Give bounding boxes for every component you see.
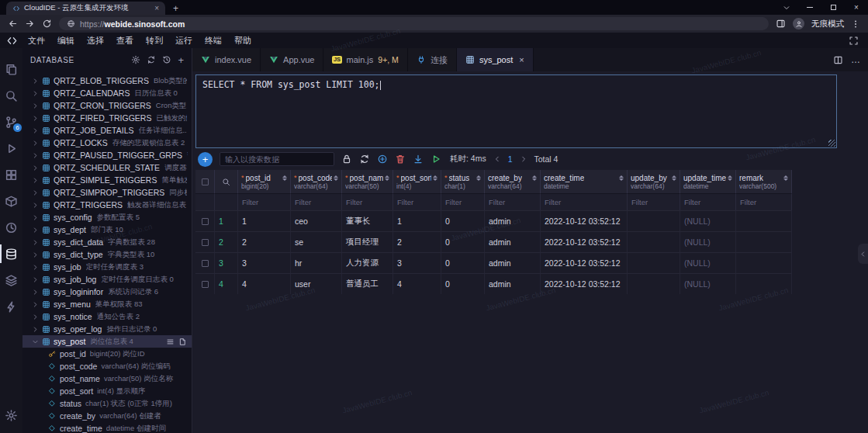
col-header-post_name[interactable]: *post_namevarchar(50)	[342, 170, 393, 193]
cell-post_code[interactable]: user	[291, 273, 342, 294]
cell-post_id[interactable]: 3	[238, 252, 291, 273]
cell-update_time[interactable]: (NULL)	[680, 210, 736, 231]
sidebar-table-sys_menu[interactable]: sys_menu菜单权限表 83	[22, 298, 192, 310]
col-header-post_id[interactable]: *post_idbigint(20)	[238, 170, 291, 193]
sort-icons[interactable]	[783, 175, 788, 181]
sidebar-table-QRTZ_SIMPLE_TRIGGERS[interactable]: QRTZ_SIMPLE_TRIGGERS简单触发...	[22, 174, 192, 186]
activity-search[interactable]	[0, 88, 22, 102]
file-icon[interactable]	[178, 338, 187, 346]
add-button[interactable]: +	[198, 152, 213, 167]
cell-update_by[interactable]	[628, 210, 680, 231]
filter-input-post_sort[interactable]: Filter	[393, 193, 441, 210]
cell-post_name[interactable]: 董事长	[342, 210, 393, 231]
cell-post_sort[interactable]: 1	[393, 210, 441, 231]
cell-update_time[interactable]: (NULL)	[680, 273, 736, 294]
filter-input-create_by[interactable]: Filter	[485, 193, 541, 210]
cell-create_time[interactable]: 2022-10-12 03:52:12	[541, 231, 628, 252]
row-checkbox[interactable]	[195, 210, 215, 231]
cell-status[interactable]: 0	[441, 231, 485, 252]
activity-layers[interactable]	[0, 273, 22, 287]
close-button[interactable]: ×	[845, 0, 868, 15]
activity-timeline[interactable]	[0, 220, 22, 234]
cell-post_code[interactable]: se	[291, 231, 342, 252]
delete-record-icon[interactable]	[395, 154, 406, 165]
maximize-button[interactable]	[821, 0, 845, 15]
activity-database[interactable]	[0, 247, 22, 261]
sidebar-column-post_id[interactable]: post_idbigint(20) 岗位ID	[22, 348, 192, 360]
filter-input-post_id[interactable]: Filter	[238, 193, 291, 210]
db-settings-icon[interactable]	[131, 55, 140, 64]
activity-power[interactable]	[0, 300, 22, 313]
search-input[interactable]	[220, 152, 334, 166]
cell-status[interactable]: 0	[441, 273, 485, 294]
export-icon[interactable]	[413, 154, 424, 165]
cell-remark[interactable]	[736, 231, 792, 252]
sidebar-table-sys_job_log[interactable]: sys_job_log定时任务调度日志表 0	[22, 273, 192, 286]
activity-extensions[interactable]	[0, 168, 22, 182]
more-actions-icon[interactable]: …	[851, 55, 860, 64]
menu-item-0[interactable]: 文件	[22, 35, 51, 47]
col-header-status[interactable]: *statuschar(1)	[441, 170, 485, 193]
browser-menu-icon[interactable]	[851, 19, 860, 29]
sort-icons[interactable]	[334, 175, 338, 181]
col-header-post_code[interactable]: *post_codevarchar(64)	[291, 170, 342, 193]
sidebar-table-QRTZ_PAUSED_TRIGGER_GRPS[interactable]: QRTZ_PAUSED_TRIGGER_GRPS暂...	[22, 149, 192, 161]
activity-source-control[interactable]: 6	[0, 115, 22, 129]
refresh-icon[interactable]	[359, 154, 370, 165]
panel-expand-handle[interactable]	[858, 244, 868, 264]
cell-create_time[interactable]: 2022-10-12 03:52:12	[541, 273, 628, 294]
db-refresh-icon[interactable]	[147, 55, 156, 64]
col-header-post_sort[interactable]: *post_sortint(4)	[393, 170, 441, 193]
row-checkbox[interactable]	[195, 273, 215, 294]
sidebar-table-QRTZ_FIRED_TRIGGERS[interactable]: QRTZ_FIRED_TRIGGERS已触发的触...	[22, 112, 192, 124]
activity-explorer[interactable]	[0, 62, 22, 76]
resize-handle[interactable]	[828, 140, 835, 147]
fullscreen-icon[interactable]	[849, 36, 859, 46]
sidebar-table-sys_logininfor[interactable]: sys_logininfor系统访问记录 6	[22, 286, 192, 298]
panel-icon[interactable]	[776, 19, 786, 29]
sort-icons[interactable]	[672, 175, 676, 181]
col-header-update_time[interactable]: update_timedatetime	[680, 170, 736, 193]
row-number[interactable]: 2	[215, 231, 238, 252]
row-search-header[interactable]	[215, 170, 238, 193]
sidebar-table-QRTZ_CALENDARS[interactable]: QRTZ_CALENDARS日历信息表 0	[22, 87, 192, 99]
lock-icon[interactable]	[341, 154, 352, 165]
row-checkbox[interactable]	[195, 252, 215, 273]
tab-main.js[interactable]: JSmain.js9+, M	[323, 48, 407, 71]
run-query-icon[interactable]	[431, 154, 441, 165]
cell-update_time[interactable]: (NULL)	[680, 252, 736, 273]
menu-item-1[interactable]: 编辑	[51, 35, 81, 47]
sort-icons[interactable]	[433, 175, 437, 181]
filter-input-create_time[interactable]: Filter	[541, 193, 628, 210]
db-history-icon[interactable]	[162, 55, 171, 64]
cell-remark[interactable]	[736, 252, 792, 273]
select-all-header[interactable]	[195, 170, 215, 193]
settings-button[interactable]	[0, 408, 22, 422]
sidebar-table-sys_notice[interactable]: sys_notice通知公告表 2	[22, 310, 192, 323]
tab-list-button[interactable]	[775, 0, 798, 15]
sort-icons[interactable]	[385, 175, 389, 181]
cell-create_time[interactable]: 2022-10-12 03:52:12	[541, 252, 628, 273]
cell-post_id[interactable]: 2	[238, 231, 291, 252]
back-icon[interactable]	[8, 19, 18, 29]
col-header-create_time[interactable]: create_timedatetime	[541, 170, 628, 193]
sidebar-table-sys_config[interactable]: sys_config参数配置表 5	[22, 211, 192, 223]
sort-icons[interactable]	[728, 175, 732, 181]
row-number[interactable]: 3	[215, 252, 238, 273]
cell-status[interactable]: 0	[441, 210, 485, 231]
filter-input-status[interactable]: Filter	[441, 193, 485, 210]
browser-tab-close-icon[interactable]: ×	[154, 4, 159, 12]
filter-input-post_name[interactable]: Filter	[342, 193, 393, 210]
sort-icons[interactable]	[282, 175, 287, 181]
page-number[interactable]: 1	[508, 154, 513, 164]
sidebar-column-create_by[interactable]: create_byvarchar(64) 创建者	[22, 410, 192, 422]
sidebar-column-create_time[interactable]: create_timedatetime 创建时间	[22, 422, 192, 433]
sidebar-table-sys_dept[interactable]: sys_dept部门表 10	[22, 223, 192, 236]
split-editor-icon[interactable]	[833, 55, 843, 65]
sql-editor[interactable]: SELECT * FROM sys_post LIMIT 100;	[195, 74, 837, 148]
cell-post_sort[interactable]: 3	[393, 252, 441, 273]
sidebar-table-sys_oper_log[interactable]: sys_oper_log操作日志记录 0	[22, 323, 192, 335]
sort-icons[interactable]	[532, 175, 537, 181]
add-record-icon[interactable]	[377, 154, 388, 165]
cell-post_sort[interactable]: 2	[393, 231, 441, 252]
